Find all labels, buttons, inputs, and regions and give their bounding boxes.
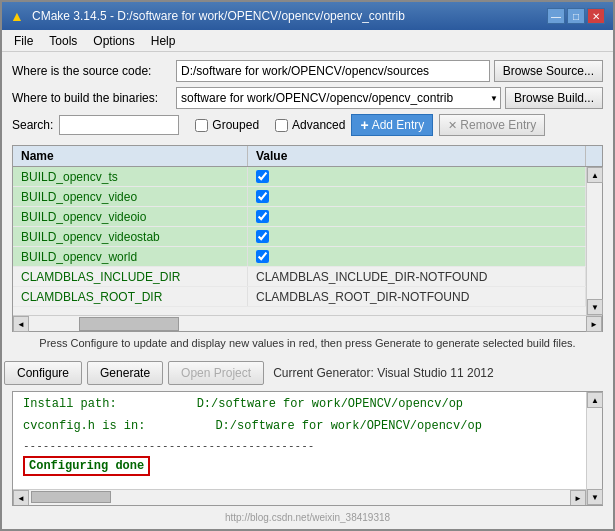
h-scroll-right-button[interactable]: ► bbox=[586, 316, 602, 332]
output-h-scrollbar: ◄ ► bbox=[13, 489, 586, 505]
search-input[interactable] bbox=[59, 115, 179, 135]
close-button[interactable]: ✕ bbox=[587, 8, 605, 24]
configuring-done-badge: Configuring done bbox=[23, 456, 150, 476]
menu-bar: File Tools Options Help bbox=[2, 30, 613, 52]
minimize-button[interactable]: — bbox=[547, 8, 565, 24]
row-checkbox[interactable] bbox=[256, 190, 269, 203]
output-v-track bbox=[587, 408, 602, 489]
output-line-install: Install path: D:/software for work/OPENC… bbox=[23, 397, 576, 411]
cell-name: BUILD_opencv_videostab bbox=[13, 227, 248, 246]
install-label: Install path: bbox=[23, 397, 117, 411]
output-v-down-button[interactable]: ▼ bbox=[587, 489, 603, 505]
maximize-button[interactable]: □ bbox=[567, 8, 585, 24]
source-input[interactable] bbox=[176, 60, 490, 82]
grouped-label: Grouped bbox=[212, 118, 259, 132]
build-value: software for work/OPENCV/opencv/opencv_c… bbox=[181, 91, 496, 105]
generate-button[interactable]: Generate bbox=[87, 361, 163, 385]
app-icon: ▲ bbox=[10, 8, 26, 24]
cell-name: BUILD_opencv_videoio bbox=[13, 207, 248, 226]
output-separator: ----------------------------------------… bbox=[23, 439, 576, 452]
configure-button[interactable]: Configure bbox=[4, 361, 82, 385]
table-body: BUILD_opencv_ts BUILD_opencv_video BUILD… bbox=[13, 167, 586, 315]
open-project-button[interactable]: Open Project bbox=[168, 361, 264, 385]
cell-name: CLAMDBLAS_INCLUDE_DIR bbox=[13, 267, 248, 286]
plus-icon: + bbox=[360, 117, 368, 133]
h-scroll-track bbox=[29, 316, 586, 331]
output-h-left-button[interactable]: ◄ bbox=[13, 490, 29, 505]
h-scroll-left-button[interactable]: ◄ bbox=[13, 316, 29, 332]
value-column-header: Value bbox=[248, 146, 586, 166]
add-entry-button[interactable]: + Add Entry bbox=[351, 114, 433, 136]
scroll-down-button[interactable]: ▼ bbox=[587, 299, 603, 315]
table-h-scrollbar: ◄ ► bbox=[13, 315, 602, 331]
output-h-thumb[interactable] bbox=[31, 491, 111, 503]
cvconfig-value: D:/software for work/OPENCV/opencv/op bbox=[215, 419, 481, 433]
build-row: Where to build the binaries: software fo… bbox=[12, 87, 603, 109]
scroll-up-button[interactable]: ▲ bbox=[587, 167, 603, 183]
output-v-scrollbar: ▲ ▼ bbox=[586, 392, 602, 505]
table-scrollbar: ▲ ▼ bbox=[586, 167, 602, 315]
table-row: CLAMDBLAS_INCLUDE_DIR CLAMDBLAS_INCLUDE_… bbox=[13, 267, 586, 287]
output-main: Install path: D:/software for work/OPENC… bbox=[13, 392, 586, 505]
output-h-track bbox=[29, 490, 570, 505]
title-text: CMake 3.14.5 - D:/software for work/OPEN… bbox=[32, 9, 405, 23]
watermark: http://blog.csdn.net/weixin_38419318 bbox=[2, 510, 613, 525]
remove-entry-button[interactable]: ✕ Remove Entry bbox=[439, 114, 545, 136]
status-text: Press Configure to update and display ne… bbox=[2, 332, 613, 355]
cell-value bbox=[248, 247, 586, 266]
row-checkbox[interactable] bbox=[256, 230, 269, 243]
config-table-container: Name Value BUILD_opencv_ts BUILD_opencv_… bbox=[12, 145, 603, 332]
cell-value bbox=[248, 187, 586, 206]
build-label: Where to build the binaries: bbox=[12, 91, 172, 105]
window-controls: — □ ✕ bbox=[547, 8, 605, 24]
h-scroll-thumb[interactable] bbox=[79, 317, 179, 331]
cell-name: BUILD_opencv_world bbox=[13, 247, 248, 266]
table-header: Name Value bbox=[13, 146, 602, 167]
main-content: Where is the source code: Browse Source.… bbox=[2, 52, 613, 145]
menu-options[interactable]: Options bbox=[85, 32, 142, 50]
cell-value bbox=[248, 227, 586, 246]
output-h-right-button[interactable]: ► bbox=[570, 490, 586, 505]
table-row: BUILD_opencv_videoio bbox=[13, 207, 586, 227]
browse-build-button[interactable]: Browse Build... bbox=[505, 87, 603, 109]
menu-help[interactable]: Help bbox=[143, 32, 184, 50]
row-checkbox[interactable] bbox=[256, 210, 269, 223]
advanced-label: Advanced bbox=[292, 118, 345, 132]
search-label: Search: bbox=[12, 118, 53, 132]
output-text: Install path: D:/software for work/OPENC… bbox=[13, 392, 586, 489]
cell-value: CLAMDBLAS_ROOT_DIR-NOTFOUND bbox=[248, 287, 586, 306]
output-v-up-button[interactable]: ▲ bbox=[587, 392, 603, 408]
action-buttons: Configure Generate Open Project Current … bbox=[2, 361, 613, 385]
add-entry-label: Add Entry bbox=[372, 118, 425, 132]
output-line-cvconfig: cvconfig.h is in: D:/software for work/O… bbox=[23, 419, 576, 433]
grouped-checkbox[interactable] bbox=[195, 119, 208, 132]
grouped-group: Grouped bbox=[195, 118, 259, 132]
source-row: Where is the source code: Browse Source.… bbox=[12, 60, 603, 82]
row-checkbox[interactable] bbox=[256, 170, 269, 183]
advanced-group: Advanced bbox=[275, 118, 345, 132]
app-window: ▲ CMake 3.14.5 - D:/software for work/OP… bbox=[0, 0, 615, 531]
cell-value: CLAMDBLAS_INCLUDE_DIR-NOTFOUND bbox=[248, 267, 586, 286]
advanced-checkbox[interactable] bbox=[275, 119, 288, 132]
cell-value bbox=[248, 167, 586, 186]
output-done-line: Configuring done bbox=[23, 456, 576, 476]
cell-name: BUILD_opencv_ts bbox=[13, 167, 248, 186]
remove-entry-label: Remove Entry bbox=[460, 118, 536, 132]
search-row: Search: Grouped Advanced + Add Entry ✕ R… bbox=[12, 114, 603, 136]
name-column-header: Name bbox=[13, 146, 248, 166]
install-value: D:/software for work/OPENCV/opencv/op bbox=[197, 397, 463, 411]
generator-label: Current Generator: Visual Studio 11 2012 bbox=[273, 366, 494, 380]
table-row: BUILD_opencv_ts bbox=[13, 167, 586, 187]
x-icon: ✕ bbox=[448, 119, 457, 132]
table-row: BUILD_opencv_video bbox=[13, 187, 586, 207]
output-area: Install path: D:/software for work/OPENC… bbox=[12, 391, 603, 506]
browse-source-button[interactable]: Browse Source... bbox=[494, 60, 603, 82]
table-row: BUILD_opencv_videostab bbox=[13, 227, 586, 247]
title-bar-left: ▲ CMake 3.14.5 - D:/software for work/OP… bbox=[10, 8, 405, 24]
title-bar: ▲ CMake 3.14.5 - D:/software for work/OP… bbox=[2, 2, 613, 30]
scroll-track bbox=[587, 183, 602, 299]
row-checkbox[interactable] bbox=[256, 250, 269, 263]
dropdown-arrow-icon: ▼ bbox=[490, 94, 498, 103]
menu-file[interactable]: File bbox=[6, 32, 41, 50]
menu-tools[interactable]: Tools bbox=[41, 32, 85, 50]
